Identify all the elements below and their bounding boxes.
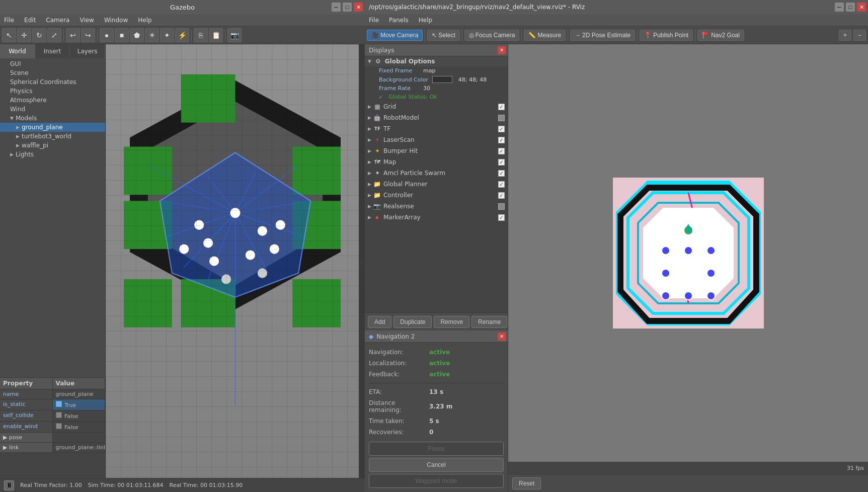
gazebo-maximize-button[interactable]: □ xyxy=(343,3,352,12)
world-tree: GUI Scene Spherical Coordinates Physics … xyxy=(0,58,105,377)
point-light-button[interactable]: ✦ xyxy=(160,28,174,42)
rename-display-button[interactable]: Rename xyxy=(471,316,507,328)
rviz-menu-file[interactable]: File xyxy=(367,16,381,25)
tab-world[interactable]: World xyxy=(0,44,35,58)
laserscan-checkbox[interactable] xyxy=(498,137,505,143)
display-item-realsense[interactable]: ▶ 📷 Realsense xyxy=(365,201,508,212)
select-tool-button[interactable]: ↖ xyxy=(2,28,16,42)
resize-handle[interactable]: ⋮ xyxy=(359,44,365,478)
duplicate-display-button[interactable]: Duplicate xyxy=(393,316,432,328)
is-static-checkbox[interactable] xyxy=(56,401,62,407)
gazebo-menu-file[interactable]: File xyxy=(2,16,16,25)
display-item-marker-array[interactable]: ▶ 🔺 MarkerArray xyxy=(365,212,508,223)
navigation-close-button[interactable]: ✕ xyxy=(498,333,506,341)
tree-item-ground-plane[interactable]: ▶ ground_plane xyxy=(0,123,105,132)
tree-section-lights[interactable]: ▶ Lights xyxy=(0,150,105,159)
display-item-controller[interactable]: ▶ 📁 Controller xyxy=(365,190,508,201)
tab-insert[interactable]: Insert xyxy=(35,44,70,58)
robotmodel-checkbox[interactable] xyxy=(498,115,505,121)
tree-item-turtlebot3-world[interactable]: ▶ turtlebot3_world xyxy=(0,132,105,141)
gazebo-menu-window[interactable]: Window xyxy=(102,16,130,25)
nav2-goal-tool[interactable]: 🚩 Nav2 Goal xyxy=(697,30,744,41)
select-tool[interactable]: ↖ Select xyxy=(427,30,459,41)
scale-tool-button[interactable]: ⤢ xyxy=(47,28,61,42)
redo-button[interactable]: ↪ xyxy=(81,28,95,42)
prop-row-pose[interactable]: ▶ pose xyxy=(0,433,105,443)
map-checkbox[interactable] xyxy=(498,159,505,166)
prop-key-pose[interactable]: ▶ pose xyxy=(0,433,53,442)
remove-display-button[interactable]: Remove xyxy=(434,316,469,328)
sphere-button[interactable]: ● xyxy=(100,28,114,42)
tree-item-wind[interactable]: Wind xyxy=(0,105,105,114)
background-color-swatch[interactable] xyxy=(432,76,452,83)
display-item-robotmodel[interactable]: ▶ 🤖 RobotModel xyxy=(365,112,508,123)
rviz-menu-panels[interactable]: Panels xyxy=(387,16,411,25)
cancel-nav-button[interactable]: Cancel xyxy=(369,458,504,472)
tf-checkbox[interactable] xyxy=(498,126,505,132)
rotate-tool-button[interactable]: ↻ xyxy=(32,28,46,42)
tree-item-scene[interactable]: Scene xyxy=(0,68,105,77)
screenshot-button[interactable]: 📷 xyxy=(227,28,242,42)
rviz-menu-help[interactable]: Help xyxy=(417,16,434,25)
subtract-tool-button[interactable]: − xyxy=(853,30,866,41)
rviz-minimize-button[interactable]: ─ xyxy=(835,3,844,12)
tree-item-gui[interactable]: GUI xyxy=(0,59,105,68)
realsense-checkbox[interactable] xyxy=(498,203,505,210)
gazebo-menu-view[interactable]: View xyxy=(77,16,96,25)
property-panel: Property Value name ground_plane is_stat… xyxy=(0,377,105,478)
cube-button[interactable]: ■ xyxy=(115,28,129,42)
self-collide-checkbox[interactable] xyxy=(56,412,62,418)
global-options-section[interactable]: ▼ ⚙ Global Options xyxy=(365,56,508,66)
prop-key-link[interactable]: ▶ link xyxy=(0,443,53,452)
marker-array-checkbox[interactable] xyxy=(498,214,505,221)
display-item-amcl[interactable]: ▶ ✦ Amcl Particle Swarm xyxy=(365,168,508,179)
translate-tool-button[interactable]: ✛ xyxy=(17,28,31,42)
display-item-grid[interactable]: ▶ ▦ Grid xyxy=(365,101,508,112)
tree-section-models[interactable]: ▼ Models xyxy=(0,114,105,123)
prop-row-link[interactable]: ▶ link ground_plane::link xyxy=(0,443,105,453)
measure-tool[interactable]: 📏 Measure xyxy=(524,30,566,41)
cylinder-button[interactable]: ⬟ xyxy=(130,28,144,42)
rviz-view[interactable] xyxy=(508,44,868,462)
display-item-laserscan[interactable]: ▶ ⚡ LaserScan xyxy=(365,134,508,145)
tree-item-spherical-coords[interactable]: Spherical Coordinates xyxy=(0,77,105,87)
pause-button[interactable]: ⏸ xyxy=(4,480,14,490)
gazebo-minimize-button[interactable]: ─ xyxy=(332,3,341,12)
gazebo-viewport[interactable]: ⋮ xyxy=(106,44,365,478)
display-item-bumper-hit[interactable]: ▶ ✦ Bumper Hit xyxy=(365,145,508,156)
tree-item-atmosphere[interactable]: Atmosphere xyxy=(0,96,105,105)
gazebo-menu-help[interactable]: Help xyxy=(136,16,153,25)
tree-item-waffle-pi[interactable]: ▶ waffle_pi xyxy=(0,141,105,150)
amcl-checkbox[interactable] xyxy=(498,170,505,177)
rviz-close-button[interactable]: ✕ xyxy=(857,3,866,12)
displays-close-button[interactable]: ✕ xyxy=(498,46,506,54)
controller-checkbox[interactable] xyxy=(498,192,505,199)
gazebo-menu-camera[interactable]: Camera xyxy=(44,16,71,25)
gazebo-menu-edit[interactable]: Edit xyxy=(22,16,38,25)
copy-button[interactable]: ⎘ xyxy=(194,28,208,42)
light-button[interactable]: ☀ xyxy=(145,28,159,42)
spot-light-button[interactable]: ⚡ xyxy=(175,28,189,42)
enable-wind-checkbox[interactable] xyxy=(56,423,62,429)
bumper-checkbox[interactable] xyxy=(498,148,505,154)
waypoint-mode-button[interactable]: Waypoint mode xyxy=(369,474,504,488)
reset-button[interactable]: Reset xyxy=(512,477,541,489)
global-planner-checkbox[interactable] xyxy=(498,181,505,188)
add-display-button[interactable]: Add xyxy=(368,316,391,328)
display-item-map[interactable]: ▶ 🗺 Map xyxy=(365,156,508,168)
2d-pose-tool[interactable]: → 2D Pose Estimate xyxy=(570,30,635,41)
publish-point-tool[interactable]: 📍 Publish Point xyxy=(640,30,693,41)
display-item-tf[interactable]: ▶ TF TF xyxy=(365,123,508,134)
focus-camera-tool[interactable]: ◎ Focus Camera xyxy=(464,30,520,41)
add-tool-button[interactable]: + xyxy=(839,30,851,41)
tab-layers[interactable]: Layers xyxy=(70,44,105,58)
undo-button[interactable]: ↩ xyxy=(66,28,80,42)
display-item-global-planner[interactable]: ▶ 📁 Global Planner xyxy=(365,179,508,190)
grid-checkbox[interactable] xyxy=(498,104,505,110)
gazebo-close-button[interactable]: ✕ xyxy=(354,3,363,12)
paste-button[interactable]: 📋 xyxy=(209,28,223,42)
rviz-maximize-button[interactable]: □ xyxy=(846,3,855,12)
tree-item-physics[interactable]: Physics xyxy=(0,87,105,96)
move-camera-tool[interactable]: 🎥 Move Camera xyxy=(367,30,423,41)
pause-nav-button[interactable]: Pause xyxy=(369,442,504,456)
